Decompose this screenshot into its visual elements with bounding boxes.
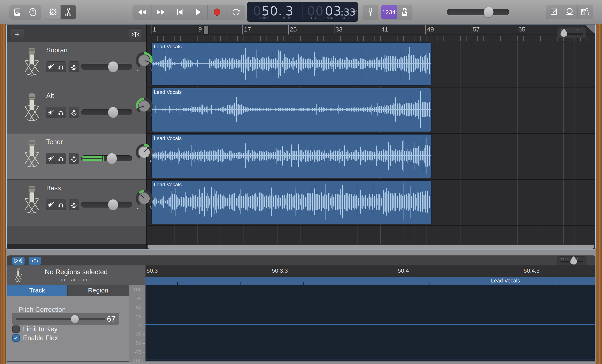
scroll-corner-arrow[interactable] bbox=[585, 25, 595, 34]
limit-to-key-row: Limit to Key bbox=[12, 325, 57, 333]
editor-zoom-slider[interactable] bbox=[557, 256, 586, 265]
show-flex-button[interactable] bbox=[12, 257, 25, 265]
editor-ruler[interactable]: 50.350.3.350.450.4.3 bbox=[146, 265, 595, 277]
solo-button[interactable] bbox=[56, 61, 66, 72]
mute-button[interactable] bbox=[46, 153, 56, 164]
editor-ruler-label: 50.3.3 bbox=[272, 268, 288, 274]
volume-slider[interactable] bbox=[81, 153, 132, 164]
input-monitoring-button[interactable] bbox=[69, 199, 79, 210]
track-lanes[interactable]: Lead Vocals Lead Vocals Lead Vocals Lead… bbox=[147, 42, 595, 244]
mute-button[interactable] bbox=[46, 107, 56, 118]
record-button[interactable] bbox=[207, 5, 226, 19]
volume-thumb[interactable] bbox=[108, 199, 118, 210]
rewind-button[interactable] bbox=[133, 5, 151, 19]
metronome-button[interactable] bbox=[397, 5, 412, 19]
track-header-tenor[interactable]: Tenor bbox=[7, 134, 146, 180]
volume-slider[interactable] bbox=[81, 199, 132, 210]
pan-right-label: R bbox=[150, 206, 152, 209]
mute-button[interactable] bbox=[46, 199, 56, 210]
pan-knob[interactable]: L R bbox=[134, 97, 154, 117]
panel-divider-strip[interactable] bbox=[6, 250, 596, 255]
microphone-image bbox=[22, 185, 41, 215]
go-to-beginning-button[interactable] bbox=[170, 5, 189, 19]
input-monitoring-button[interactable] bbox=[69, 61, 79, 72]
solo-button[interactable] bbox=[56, 199, 66, 210]
headphones-icon bbox=[58, 202, 64, 208]
play-button[interactable] bbox=[189, 5, 207, 19]
volume-thumb[interactable] bbox=[108, 61, 118, 72]
loop-browser-button[interactable] bbox=[562, 5, 577, 19]
audio-region[interactable]: Lead Vocals bbox=[151, 180, 431, 224]
editor-catch-playhead-button[interactable] bbox=[29, 257, 41, 265]
cycle-button[interactable] bbox=[226, 5, 245, 19]
editor-subtitle: on Track Tenor bbox=[7, 277, 146, 283]
enable-flex-row: ✓ Enable Flex bbox=[12, 334, 58, 342]
horizontal-zoom-slider[interactable] bbox=[557, 27, 586, 38]
pan-knob[interactable]: L R bbox=[134, 143, 154, 163]
catch-playhead-icon bbox=[31, 258, 39, 263]
ruler-bar-number: 65 bbox=[518, 26, 525, 33]
audio-region[interactable]: Lead Vocals bbox=[151, 42, 431, 86]
tab-track[interactable]: Track bbox=[7, 285, 67, 296]
pan-knob[interactable]: L R bbox=[134, 189, 154, 209]
level-meter-peak bbox=[103, 156, 104, 161]
timeline-ruler[interactable]: 191725334149576573 bbox=[147, 24, 595, 42]
catch-playhead-button[interactable] bbox=[128, 28, 143, 40]
volume-thumb[interactable] bbox=[107, 153, 117, 164]
playhead-handle[interactable] bbox=[204, 26, 209, 34]
master-volume-slider[interactable] bbox=[447, 9, 509, 15]
audio-region[interactable]: Lead Vocals bbox=[151, 88, 431, 132]
zoom-slider-thumb[interactable] bbox=[560, 30, 567, 37]
enable-flex-checkbox[interactable]: ✓ bbox=[12, 334, 20, 342]
tuning-fork-icon bbox=[367, 8, 374, 17]
volume-slider[interactable] bbox=[81, 61, 132, 72]
count-in-button[interactable]: 1234 bbox=[381, 5, 397, 19]
pitch-correction-slider[interactable]: 67 bbox=[12, 313, 119, 325]
library-icon bbox=[14, 8, 21, 16]
volume-thumb[interactable] bbox=[108, 107, 118, 118]
smart-controls-button[interactable] bbox=[45, 5, 61, 19]
editor-plot-area[interactable] bbox=[146, 285, 595, 362]
solo-button[interactable] bbox=[56, 107, 66, 118]
library-button[interactable] bbox=[10, 5, 25, 19]
editor-ruler-label: 50.3 bbox=[147, 268, 158, 274]
tab-region[interactable]: Region bbox=[67, 285, 129, 296]
editors-button[interactable] bbox=[61, 5, 76, 19]
wood-frame-right bbox=[596, 24, 602, 364]
ruler-bar-number: 1 bbox=[152, 26, 156, 33]
lcd-display[interactable]: 0 50. 3 BAR BEAT 00 03 :33 HR MIN SEC bbox=[247, 2, 358, 22]
volume-slider[interactable] bbox=[81, 107, 132, 117]
track-header-bass[interactable]: Bass bbox=[7, 180, 146, 226]
pitch-scale-tick: 0 bbox=[139, 323, 142, 329]
track-name: Tenor bbox=[46, 138, 63, 146]
track-header-sopran[interactable]: Sopran bbox=[7, 42, 146, 87]
tab-region-label: Region bbox=[88, 287, 108, 294]
editor-region-band[interactable]: Lead Vocals bbox=[146, 277, 595, 285]
add-track-button[interactable]: + bbox=[10, 28, 24, 40]
media-browser-button[interactable]: ♪ bbox=[577, 5, 593, 19]
solo-button[interactable] bbox=[56, 153, 66, 164]
audio-region[interactable]: Lead Vocals bbox=[151, 134, 431, 178]
lcd-chevron-down-icon[interactable] bbox=[353, 10, 357, 13]
horizontal-scrollbar[interactable] bbox=[147, 245, 594, 249]
mute-button[interactable] bbox=[46, 61, 56, 72]
lcd-min-label: MIN bbox=[327, 16, 333, 20]
tuner-button[interactable] bbox=[363, 5, 378, 19]
count-in-label: 1234 bbox=[382, 9, 396, 16]
limit-to-key-checkbox[interactable] bbox=[12, 325, 20, 333]
pitch-slider-thumb[interactable] bbox=[71, 315, 79, 323]
master-volume-thumb[interactable] bbox=[484, 7, 494, 17]
fast-forward-button[interactable] bbox=[151, 5, 170, 19]
input-monitoring-button[interactable] bbox=[69, 153, 79, 164]
ruler-bar-number: 33 bbox=[335, 26, 343, 33]
view-toggle-group: ? bbox=[10, 5, 41, 19]
quick-help-button[interactable]: ? bbox=[25, 5, 41, 19]
loop-browser-icon bbox=[565, 8, 574, 16]
input-monitoring-button[interactable] bbox=[69, 107, 79, 118]
pan-knob[interactable]: L R bbox=[134, 51, 154, 72]
editor-zoom-thumb[interactable] bbox=[570, 258, 577, 265]
pitch-scale-tick: 75 bbox=[136, 296, 142, 302]
track-header-alt[interactable]: Alt bbox=[7, 87, 146, 134]
notepad-button[interactable] bbox=[546, 5, 562, 19]
editor-ruler-label: 50.4.3 bbox=[524, 268, 540, 274]
